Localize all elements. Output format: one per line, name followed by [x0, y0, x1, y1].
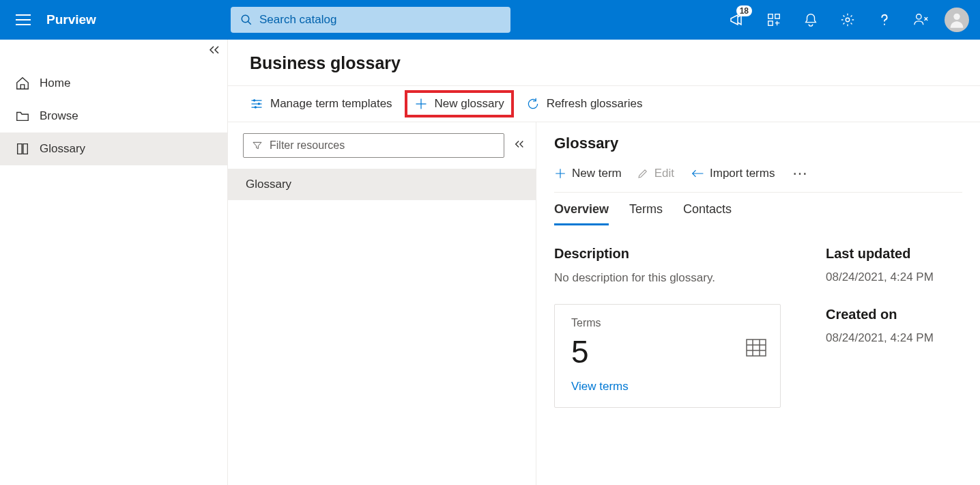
description-heading: Description [554, 246, 798, 262]
refresh-icon [526, 97, 540, 111]
sidebar-item-glossary[interactable]: Glossary [0, 133, 227, 165]
terms-card-label: Terms [571, 317, 766, 329]
tab-overview[interactable]: Overview [554, 202, 609, 225]
filter-resources-input[interactable]: Filter resources [243, 133, 504, 158]
page-toolbar: Manage term templates New glossary Refre… [228, 85, 980, 122]
glossary-list-item[interactable]: Glossary [228, 169, 536, 200]
help-button[interactable] [867, 0, 902, 40]
svg-point-9 [255, 106, 257, 108]
svg-rect-1 [768, 14, 773, 18]
sidebar-item-browse[interactable]: Browse [0, 100, 227, 133]
user-avatar[interactable] [945, 8, 969, 32]
button-label: Refresh glossaries [547, 97, 643, 111]
button-label: Import terms [710, 167, 775, 180]
bell-icon [803, 12, 818, 27]
new-glossary-button[interactable]: New glossary [405, 90, 514, 117]
grid-icon [746, 339, 766, 359]
created-heading: Created on [826, 307, 962, 322]
app-name: Purview [40, 12, 231, 27]
list-item-label: Glossary [246, 178, 291, 191]
collections-icon [766, 12, 781, 27]
pencil-icon [637, 167, 649, 180]
plus-icon [414, 97, 428, 111]
gear-icon [840, 12, 855, 27]
sidebar-item-label: Glossary [40, 142, 85, 156]
svg-rect-3 [768, 21, 773, 25]
import-icon [689, 168, 704, 179]
svg-point-6 [953, 14, 960, 20]
sliders-icon [250, 98, 263, 110]
terms-card-count: 5 [571, 333, 766, 370]
collapse-list-pane[interactable] [514, 139, 525, 152]
hamburger-icon [16, 14, 31, 25]
sidebar-item-label: Home [40, 77, 70, 90]
edit-button[interactable]: Edit [637, 167, 674, 180]
settings-button[interactable] [830, 0, 865, 40]
page-title: Business glossary [228, 40, 980, 85]
main-content: Business glossary Manage term templates … [228, 40, 980, 485]
hamburger-menu[interactable] [7, 0, 40, 40]
chevron-double-left-icon [514, 139, 525, 149]
sidebar-item-home[interactable]: Home [0, 67, 227, 100]
sidebar-collapse[interactable] [208, 45, 220, 57]
svg-point-5 [917, 14, 921, 19]
created-value: 08/24/2021, 4:24 PM [826, 329, 962, 347]
terms-card: Terms 5 View terms [554, 304, 781, 408]
search-input[interactable]: Search catalog [231, 7, 510, 33]
svg-point-7 [253, 99, 255, 101]
tab-contacts[interactable]: Contacts [683, 202, 732, 225]
filter-icon [252, 140, 263, 151]
people-icon [913, 12, 929, 27]
avatar-icon [947, 10, 966, 29]
last-updated-value: 08/24/2021, 4:24 PM [826, 268, 962, 286]
detail-title: Glossary [554, 135, 962, 152]
chevron-double-left-icon [208, 45, 220, 55]
manage-templates-button[interactable]: Manage term templates [242, 92, 401, 116]
sidebar: Home Browse Glossary [0, 40, 228, 485]
svg-rect-2 [775, 14, 779, 18]
collections-button[interactable] [756, 0, 792, 40]
notification-badge: 18 [736, 5, 752, 16]
new-term-button[interactable]: New term [554, 167, 622, 180]
sidebar-item-label: Browse [40, 109, 78, 123]
home-icon [15, 76, 30, 91]
folder-icon [15, 109, 30, 124]
filter-placeholder: Filter resources [270, 139, 345, 152]
glossary-list-pane: Filter resources Glossary [228, 122, 536, 485]
more-actions-button[interactable]: ⋯ [790, 165, 811, 182]
search-icon [240, 14, 253, 26]
import-terms-button[interactable]: Import terms [689, 167, 775, 180]
book-icon [15, 141, 30, 156]
tab-terms[interactable]: Terms [629, 202, 663, 225]
app-header: Purview Search catalog 18 [0, 0, 980, 40]
detail-tabs: Overview Terms Contacts [554, 202, 962, 225]
question-icon [877, 12, 892, 27]
last-updated-heading: Last updated [826, 246, 962, 262]
notifications-button[interactable] [793, 0, 828, 40]
glossary-detail-pane: Glossary New term Edit Import terms ⋯ [536, 122, 980, 485]
button-label: New term [572, 167, 622, 180]
detail-toolbar: New term Edit Import terms ⋯ [554, 165, 962, 193]
button-label: Manage term templates [270, 97, 392, 111]
view-terms-link[interactable]: View terms [571, 380, 766, 393]
header-actions: 18 [719, 0, 973, 40]
people-button[interactable] [904, 0, 939, 40]
plus-icon [554, 167, 566, 180]
search-placeholder: Search catalog [259, 13, 336, 27]
button-label: New glossary [435, 97, 504, 111]
refresh-glossaries-button[interactable]: Refresh glossaries [518, 92, 651, 116]
button-label: Edit [654, 167, 674, 180]
description-text: No description for this glossary. [554, 271, 798, 285]
svg-point-8 [258, 102, 260, 105]
svg-point-0 [242, 15, 249, 23]
svg-point-4 [846, 18, 850, 22]
feedback-button[interactable]: 18 [719, 0, 755, 40]
